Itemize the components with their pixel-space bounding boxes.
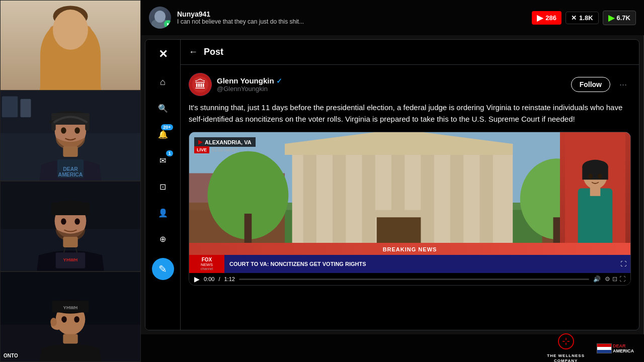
- svg-text:AMERICA: AMERICA: [58, 172, 83, 177]
- sidebar-item-notifications[interactable]: 🔔 20+: [152, 123, 174, 145]
- svg-text:YHWH: YHWH: [63, 257, 78, 262]
- fox-ticker-bar: FOX NEWS channel COURT TO VA: NONCITIZEN…: [189, 255, 630, 273]
- sidebar-item-messages[interactable]: ✉ 1: [152, 149, 174, 171]
- avatar-head: [154, 11, 166, 23]
- play-button[interactable]: ▶: [194, 275, 200, 283]
- wellness-icon: [558, 333, 574, 349]
- sidebar-item-more[interactable]: ⊕: [152, 228, 174, 250]
- compose-icon: ✎: [158, 263, 167, 275]
- svg-point-79: [598, 173, 602, 178]
- author-name: Glenn Youngkin ✓: [217, 76, 566, 85]
- svg-point-47: [50, 318, 57, 326]
- settings-icons: ⚙ ⊡ ⛶: [605, 276, 625, 283]
- messages-badge: 1: [166, 150, 173, 156]
- content-area: ✕ ⌂ 🔍 🔔 20+ ✉ 1: [141, 35, 644, 334]
- webcam-panel: DEAR AMERICA: [0, 0, 141, 362]
- svg-text:DEAR: DEAR: [63, 166, 78, 172]
- more-options-button[interactable]: ···: [615, 77, 631, 92]
- bookmarks-icon: ⊡: [159, 182, 166, 192]
- author-handle: @GlennYoungkin: [217, 85, 566, 93]
- play-badge: ▶: [164, 20, 171, 28]
- post-text: It's stunning that, just 11 days before …: [189, 102, 631, 125]
- streamer-name: Nunya941: [177, 10, 526, 18]
- svg-rect-48: [63, 334, 77, 344]
- volume-icon[interactable]: 🔊: [593, 276, 601, 283]
- post-author-row: Glenn Youngkin ✓ @GlennYoungkin Follow ·…: [189, 73, 631, 96]
- svg-rect-59: [479, 155, 493, 243]
- compose-button[interactable]: ✎: [152, 258, 174, 280]
- webcam-person-3: YHWH: [1, 182, 140, 271]
- svg-rect-6: [63, 47, 77, 60]
- streamer-info: Nunya941 I can not believe that they can…: [177, 10, 526, 25]
- search-icon: 🔍: [158, 104, 168, 113]
- svg-rect-21: [85, 122, 89, 131]
- webcam-cell-4: YHWH ONTO: [0, 272, 141, 362]
- notification-icon: 🔔: [158, 130, 168, 139]
- time-duration: 1:12: [224, 276, 234, 282]
- time-current: 0:00: [204, 276, 214, 282]
- x-logo-icon: ✕: [158, 48, 168, 61]
- fullscreen-icon[interactable]: ⛶: [620, 260, 626, 267]
- youtube-badge: ▶ 286: [532, 11, 561, 25]
- wellness-company-logo: THE WELLNESS COMPANY: [547, 333, 585, 362]
- messages-icon: ✉: [159, 156, 166, 165]
- flag-icon: [597, 343, 612, 353]
- svg-rect-16: [51, 113, 89, 125]
- webcam-person-1: [1, 1, 140, 90]
- svg-point-31: [61, 218, 66, 225]
- svg-point-7: [61, 26, 66, 33]
- x-sidebar: ✕ ⌂ 🔍 🔔 20+ ✉ 1: [145, 40, 181, 330]
- breaking-news-text: BREAKING NEWS: [383, 246, 437, 252]
- notification-badge: 20+: [161, 124, 173, 130]
- post-title: Post: [204, 47, 223, 57]
- webcam-cell-2: DEAR AMERICA: [0, 90, 141, 181]
- webcam-person-4: YHWH: [1, 272, 140, 361]
- author-avatar: [189, 73, 212, 96]
- webcam-person-2: DEAR AMERICA: [1, 91, 140, 180]
- dear-america-flag: DEAR AMERICA: [597, 343, 634, 353]
- kick-count: 6.7K: [617, 14, 630, 22]
- svg-rect-55: [362, 155, 375, 243]
- breaking-news-bar: BREAKING NEWS: [189, 243, 630, 255]
- post-content: Glenn Youngkin ✓ @GlennYoungkin Follow ·…: [181, 65, 639, 294]
- post-area: ← Post Glenn Youngkin ✓: [181, 40, 639, 330]
- x-count: 1.8K: [579, 14, 593, 22]
- youtube-count: 286: [545, 14, 556, 22]
- svg-rect-13: [21, 99, 31, 118]
- svg-rect-33: [63, 237, 77, 247]
- svg-point-9: [57, 35, 84, 45]
- progress-bar[interactable]: [239, 279, 589, 280]
- svg-rect-81: [590, 188, 601, 196]
- webcam-cell-1: [0, 0, 141, 90]
- pip-icon[interactable]: ⊡: [612, 276, 617, 283]
- svg-point-18: [61, 127, 66, 134]
- live-info-row: LIVE 11:22 AM ET: [194, 146, 238, 153]
- follow-button[interactable]: Follow: [571, 77, 610, 92]
- svg-text:YHWH: YHWH: [63, 305, 78, 310]
- author-info: Glenn Youngkin ✓ @GlennYoungkin: [217, 76, 566, 93]
- svg-rect-22: [63, 146, 77, 157]
- sidebar-item-search[interactable]: 🔍: [152, 97, 174, 119]
- location-text: ALEXANDRIA, VA: [205, 139, 252, 145]
- fox-news-text: NEWS: [201, 262, 213, 267]
- sidebar-item-home[interactable]: ⌂: [152, 71, 174, 93]
- bottom-bar: THE WELLNESS COMPANY DEAR AMERICA: [141, 334, 644, 362]
- webcam-cell-3: YHWH: [0, 181, 141, 272]
- verified-badge-icon: ✓: [276, 77, 282, 85]
- svg-point-2: [53, 11, 87, 48]
- settings-icon[interactable]: ⚙: [605, 276, 610, 283]
- home-icon: ⌂: [160, 77, 166, 87]
- top-bar: ▶ Nunya941 I can not believe that they c…: [141, 0, 644, 35]
- location-triangle: ▶: [198, 139, 202, 145]
- dear-america-text: DEAR AMERICA: [613, 343, 634, 353]
- back-button[interactable]: ←: [189, 47, 198, 57]
- svg-point-78: [588, 173, 593, 178]
- sidebar-item-profile[interactable]: 👤: [152, 202, 174, 224]
- more-icon: ⊕: [159, 234, 166, 244]
- svg-rect-77: [582, 167, 608, 180]
- sidebar-item-bookmarks[interactable]: ⊡: [152, 175, 174, 198]
- webcam-overlay-4: ONTO: [4, 353, 18, 358]
- fullscreen-btn[interactable]: ⛶: [619, 276, 625, 283]
- broadcast-time: 11:22 AM ET: [212, 147, 238, 152]
- svg-rect-12: [2, 96, 18, 117]
